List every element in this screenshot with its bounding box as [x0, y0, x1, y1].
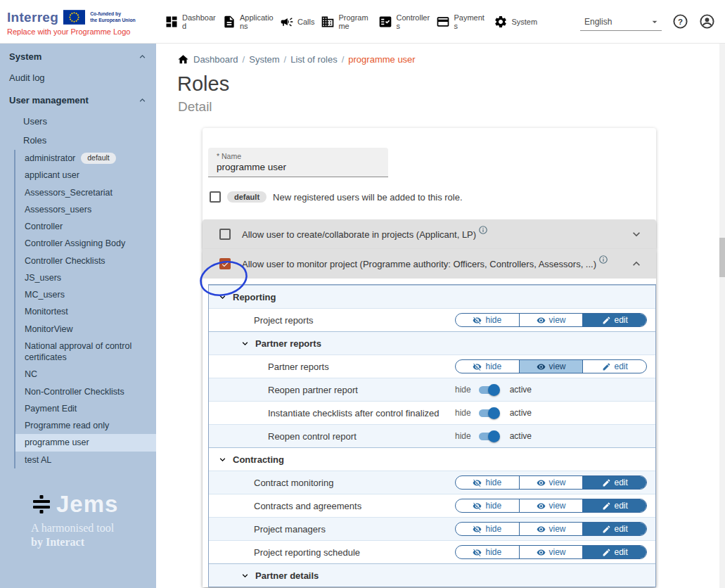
breadcrumb: Dashboard / System / List of roles / pro… [156, 44, 725, 65]
page-title: Roles [177, 72, 725, 96]
edit-button[interactable]: edit [582, 546, 646, 558]
role-item[interactable]: applicant user [15, 167, 156, 184]
edit-button[interactable]: edit [582, 476, 646, 489]
nav-item-payments[interactable]: Payments [436, 13, 487, 30]
active-toggle[interactable] [479, 409, 498, 417]
perm-row: Contracts and agreements hide view edit [209, 494, 655, 517]
nav-item-applications[interactable]: Applications [222, 13, 274, 30]
chevron-down-icon[interactable] [240, 338, 250, 349]
sidebar-section-system[interactable]: System [0, 44, 156, 68]
chevron-down-icon[interactable] [217, 454, 228, 465]
sidebar-section-user-management[interactable]: User management [0, 87, 156, 112]
create-collaborate-checkbox[interactable] [219, 229, 231, 240]
perm-row: Partner reports hide view edit [209, 354, 655, 378]
home-icon[interactable] [177, 53, 189, 65]
applications-icon [222, 15, 236, 29]
hide-button[interactable]: hide [456, 499, 519, 512]
edit-button[interactable]: edit [582, 499, 646, 512]
role-item[interactable]: test AL [15, 452, 156, 468]
perm-row-label: Project reports [209, 315, 314, 326]
view-button[interactable]: view [519, 499, 583, 512]
role-item[interactable]: JS_users [15, 269, 156, 286]
language-select[interactable]: English [580, 13, 662, 31]
panel-monitor-project-header[interactable]: Allow user to monitor project (Programme… [203, 249, 656, 279]
active-toggle[interactable] [479, 433, 498, 440]
hide-button[interactable]: hide [456, 360, 519, 373]
hide-button[interactable]: hide [456, 476, 519, 489]
help-icon[interactable] [672, 13, 688, 30]
nav-label: Payments [454, 13, 487, 30]
hide-label: hide [485, 501, 501, 511]
role-item[interactable]: Controller [15, 218, 156, 235]
breadcrumb-dashboard[interactable]: Dashboard [193, 54, 238, 65]
nav-item-system[interactable]: System [494, 15, 537, 29]
edit-button[interactable]: edit [582, 360, 646, 373]
sidebar-item-roles[interactable]: Roles [0, 131, 156, 150]
pencil-icon [602, 478, 611, 487]
sidebar-item-users[interactable]: Users [0, 112, 156, 131]
edit-button[interactable]: edit [582, 314, 646, 326]
role-list: administrator default applicant user Ass… [14, 150, 156, 468]
perm-section-label: Contracting [233, 454, 284, 465]
role-detail-card: * Name default New registered users will… [203, 128, 656, 587]
edit-button[interactable]: edit [582, 523, 646, 535]
role-item[interactable]: Controller Assigning Body [15, 235, 156, 252]
role-item[interactable]: MonitorView [15, 321, 156, 338]
nav-item-controllers[interactable]: Controllers [378, 13, 430, 30]
account-icon[interactable] [699, 13, 715, 30]
nav-item-programme[interactable]: Programme [321, 13, 372, 30]
role-item[interactable]: MC_users [15, 286, 156, 303]
view-button[interactable]: view [519, 476, 583, 489]
sidebar: System Audit log User management Users R… [0, 44, 156, 588]
chevron-down-icon[interactable] [217, 292, 228, 302]
active-toggle[interactable] [479, 386, 498, 394]
chevron-down-icon[interactable] [240, 570, 250, 581]
nav-item-dashboard[interactable]: Dashboard [165, 13, 216, 30]
role-item-programme-user-selected[interactable]: programme user [15, 434, 156, 451]
check-icon [221, 260, 230, 269]
role-item[interactable]: Controller Checklists [15, 253, 156, 269]
role-item[interactable]: NC [15, 366, 156, 383]
role-item-administrator[interactable]: administrator default [15, 150, 156, 167]
hide-label: hide [485, 362, 501, 371]
panel-create-collaborate-header[interactable]: Allow user to create/collaborate in proj… [203, 219, 656, 249]
role-item[interactable]: National approval of control certificate… [15, 338, 156, 366]
nav-label: Controllers [396, 13, 430, 30]
scrollbar-thumb[interactable] [719, 238, 725, 277]
view-button[interactable]: view [519, 360, 583, 373]
breadcrumb-separator: / [243, 54, 245, 65]
toggle-on-label: active [510, 408, 532, 418]
info-icon[interactable] [598, 255, 608, 264]
role-item[interactable]: Assessors_users [15, 201, 156, 218]
role-item[interactable]: Assessors_Secretariat [15, 184, 156, 201]
role-item[interactable]: Programme read only [15, 417, 156, 434]
role-item[interactable]: Payment Edit [15, 400, 156, 417]
hide-view-edit-group: hide view edit [455, 545, 647, 559]
eye-icon [537, 316, 546, 325]
role-item[interactable]: Non-Controller Checklists [15, 383, 156, 400]
payments-icon [436, 15, 450, 29]
name-input[interactable] [217, 160, 380, 172]
breadcrumb-separator: / [284, 54, 287, 65]
eu-flag-icon [63, 10, 85, 25]
breadcrumb-list-of-roles[interactable]: List of roles [290, 54, 337, 65]
hide-button[interactable]: hide [456, 546, 519, 558]
hide-button[interactable]: hide [456, 523, 519, 535]
role-item[interactable]: Monitortest [15, 303, 156, 320]
role-label: administrator [25, 153, 75, 164]
vertical-scrollbar[interactable] [719, 44, 725, 588]
view-button[interactable]: view [519, 523, 583, 535]
sidebar-item-audit-log[interactable]: Audit log [0, 68, 156, 87]
hide-button[interactable]: hide [456, 314, 519, 326]
permissions-table: Reporting Project reports hide view edit [208, 284, 656, 587]
view-button[interactable]: view [519, 314, 583, 326]
edit-label: edit [615, 362, 628, 371]
breadcrumb-system[interactable]: System [249, 54, 279, 65]
name-field-label: * Name [217, 152, 380, 160]
view-label: view [549, 478, 566, 487]
default-role-checkbox[interactable] [210, 191, 221, 203]
view-button[interactable]: view [519, 546, 583, 558]
info-icon[interactable] [478, 225, 488, 235]
nav-item-calls[interactable]: Calls [280, 15, 314, 29]
monitor-project-checkbox[interactable] [219, 258, 231, 269]
